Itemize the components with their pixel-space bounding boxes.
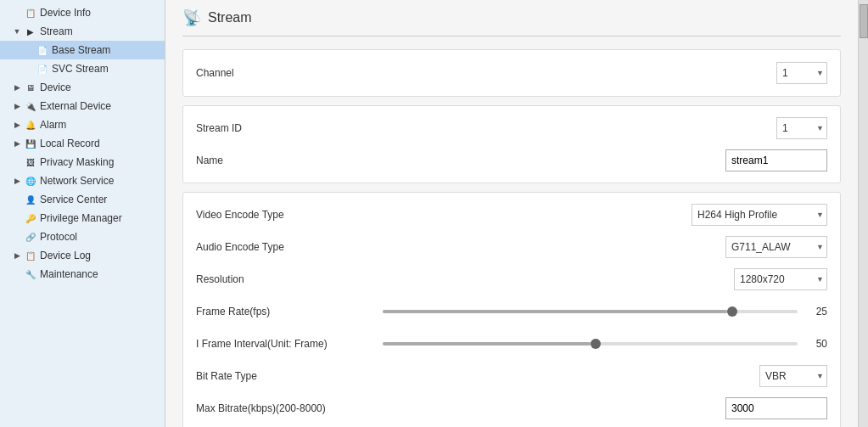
sidebar-item-external-device[interactable]: ▶🔌External Device xyxy=(0,97,165,115)
item-icon: 📄 xyxy=(36,43,49,57)
frame-rate-value: 25 xyxy=(806,306,827,317)
bit-rate-type-row: Bit Rate Type VBR xyxy=(196,364,827,388)
iframe-interval-control: 50 xyxy=(383,338,827,350)
page-header: 📡 Stream xyxy=(182,8,841,37)
right-scrollbar[interactable] xyxy=(858,0,868,427)
sidebar-item-stream[interactable]: ▼▶Stream xyxy=(0,22,165,41)
expand-icon: ▶ xyxy=(12,101,22,111)
bit-rate-type-label: Bit Rate Type xyxy=(196,370,383,382)
sidebar-item-label: External Device xyxy=(40,100,111,112)
audio-encode-select-wrapper: G711_ALAW xyxy=(725,236,827,258)
iframe-interval-track xyxy=(383,342,798,346)
item-icon: 📋 xyxy=(24,6,37,20)
expand-icon: ▶ xyxy=(12,176,22,186)
frame-rate-thumb[interactable] xyxy=(727,306,737,317)
item-icon: 🔑 xyxy=(24,211,37,225)
sidebar-item-label: Local Record xyxy=(40,138,100,149)
sidebar-item-service-center[interactable]: ▶👤Service Center xyxy=(0,190,165,209)
sidebar-item-device[interactable]: ▶🖥Device xyxy=(0,78,165,97)
iframe-interval-label: I Frame Interval(Unit: Frame) xyxy=(196,338,383,350)
frame-rate-track xyxy=(383,310,798,313)
sidebar-item-privacy-masking[interactable]: ▶🖼Privacy Masking xyxy=(0,153,165,171)
sidebar-item-svc-stream[interactable]: ▶📄SVC Stream xyxy=(0,59,165,78)
sidebar-item-label: Device xyxy=(40,81,71,93)
sidebar-item-device-info[interactable]: ▶📋Device Info xyxy=(0,3,165,22)
name-control xyxy=(383,149,827,171)
sidebar-item-network-service[interactable]: ▶🌐Network Service xyxy=(0,171,165,190)
video-encode-row: Video Encode Type H264 High Profile xyxy=(196,203,827,227)
expand-icon: ▼ xyxy=(12,26,22,37)
channel-label: Channel xyxy=(196,67,776,79)
resolution-select-wrapper: 1280x720 xyxy=(734,268,827,290)
sidebar-item-label: Device Info xyxy=(40,7,91,19)
frame-rate-row: Frame Rate(fps) 25 xyxy=(196,300,827,323)
stream-id-select[interactable]: 1 xyxy=(776,117,827,139)
resolution-control: 1280x720 xyxy=(383,268,827,290)
item-icon: 🖥 xyxy=(24,81,37,94)
item-icon: ▶ xyxy=(24,25,37,38)
sidebar-item-label: Service Center xyxy=(40,194,107,205)
resolution-row: Resolution 1280x720 xyxy=(196,267,827,291)
iframe-interval-slider-row: 50 xyxy=(383,338,827,350)
iframe-interval-thumb[interactable] xyxy=(591,339,601,349)
item-icon: 🔗 xyxy=(24,230,37,244)
item-icon: 🌐 xyxy=(24,174,37,188)
resolution-label: Resolution xyxy=(196,273,383,285)
video-encode-select-wrapper: H264 High Profile xyxy=(692,204,827,226)
sidebar-item-protocol[interactable]: ▶🔗Protocol xyxy=(0,228,165,246)
bit-rate-type-select[interactable]: VBR xyxy=(759,365,827,387)
item-icon: 🖼 xyxy=(24,155,37,169)
sidebar-item-base-stream[interactable]: ▶📄Base Stream xyxy=(0,41,165,59)
sidebar-item-label: Privacy Masking xyxy=(40,156,114,168)
page-title: Stream xyxy=(208,10,252,25)
frame-rate-slider-row: 25 xyxy=(383,306,827,317)
right-scrollbar-thumb[interactable] xyxy=(860,4,868,38)
expand-icon: ▶ xyxy=(12,120,22,130)
bit-rate-type-control: VBR xyxy=(383,365,827,387)
stream-id-label: Stream ID xyxy=(196,122,383,134)
audio-encode-select[interactable]: G711_ALAW xyxy=(725,236,827,258)
item-icon: 🔧 xyxy=(24,267,37,281)
stream-id-select-wrapper: 1 xyxy=(776,117,827,139)
video-encode-select[interactable]: H264 High Profile xyxy=(692,204,827,226)
item-icon: 💾 xyxy=(24,137,37,150)
expand-icon: ▶ xyxy=(12,250,22,261)
item-icon: 📋 xyxy=(24,249,37,262)
encode-section: Video Encode Type H264 High Profile Audi… xyxy=(182,192,841,427)
sidebar-item-label: Alarm xyxy=(40,119,66,131)
video-encode-label: Video Encode Type xyxy=(196,209,383,221)
item-icon: 🔌 xyxy=(24,99,37,113)
iframe-interval-value: 50 xyxy=(806,338,827,350)
iframe-interval-fill xyxy=(383,342,591,346)
expand-icon: ▶ xyxy=(12,138,22,149)
item-icon: 👤 xyxy=(24,193,37,206)
iframe-interval-row: I Frame Interval(Unit: Frame) 50 xyxy=(196,332,827,356)
name-row: Name xyxy=(196,149,827,172)
sidebar-item-label: Network Service xyxy=(40,175,114,187)
main-content: 📡 Stream Channel 1 Stream ID 1 xyxy=(165,0,858,427)
max-bitrate-row: Max Bitrate(kbps)(200-8000) xyxy=(196,396,827,420)
sidebar-item-alarm[interactable]: ▶🔔Alarm xyxy=(0,115,165,134)
channel-row: Channel 1 xyxy=(196,60,827,86)
max-bitrate-input[interactable] xyxy=(725,397,827,419)
sidebar-item-label: Protocol xyxy=(40,231,77,243)
frame-rate-fill xyxy=(383,310,727,313)
sidebar-item-device-log[interactable]: ▶📋Device Log xyxy=(0,246,165,265)
stream-icon: 📡 xyxy=(182,8,201,27)
resolution-select[interactable]: 1280x720 xyxy=(734,268,827,290)
sidebar-item-privilege-manager[interactable]: ▶🔑Privilege Manager xyxy=(0,209,165,228)
sidebar-item-label: Maintenance xyxy=(40,268,98,280)
sidebar-item-label: SVC Stream xyxy=(52,63,109,75)
sidebar: ▶📋Device Info▼▶Stream▶📄Base Stream▶📄SVC … xyxy=(0,0,165,427)
sidebar-item-maintenance[interactable]: ▶🔧Maintenance xyxy=(0,265,165,284)
sidebar-item-label: Base Stream xyxy=(52,44,110,56)
stream-id-row: Stream ID 1 xyxy=(196,116,827,140)
name-input[interactable] xyxy=(725,149,827,171)
expand-icon: ▶ xyxy=(12,82,22,93)
channel-select[interactable]: 1 xyxy=(776,62,827,84)
stream-id-section: Stream ID 1 Name xyxy=(182,105,841,183)
audio-encode-control: G711_ALAW xyxy=(383,236,827,258)
sidebar-item-local-record[interactable]: ▶💾Local Record xyxy=(0,134,165,153)
sidebar-item-label: Stream xyxy=(40,25,73,37)
max-bitrate-control xyxy=(383,397,827,419)
